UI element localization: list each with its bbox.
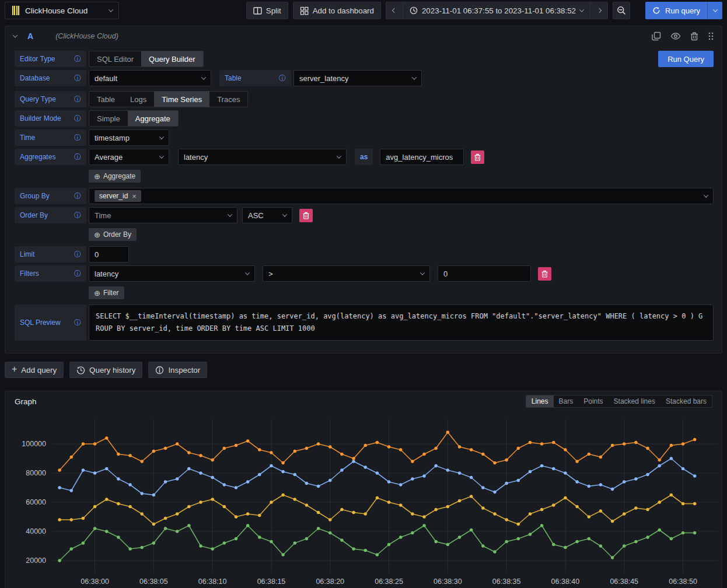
inspector-button[interactable]: Inspector <box>148 362 207 378</box>
option-logs[interactable]: Logs <box>123 92 154 107</box>
limit-label: Limitⓘ <box>15 246 86 262</box>
add-query-button[interactable]: + Add query <box>5 362 64 378</box>
time-picker-group: 2023-11-01 06:37:55 to 2023-11-01 06:38:… <box>386 2 608 19</box>
aggregate-alias-input[interactable] <box>380 149 464 165</box>
chevron-down-icon <box>420 270 425 275</box>
time-shift-back-button[interactable] <box>386 2 403 19</box>
remove-tag-icon[interactable]: × <box>132 192 137 201</box>
option-sql-editor[interactable]: SQL Editor <box>89 51 141 66</box>
query-type-options: Table Logs Time Series Traces <box>89 91 248 107</box>
option-aggregate[interactable]: Aggregate <box>128 111 178 126</box>
group-by-label: Group Byⓘ <box>15 188 86 204</box>
run-query-split-button: Run query <box>645 2 722 19</box>
graph-title: Graph <box>15 397 37 406</box>
info-icon[interactable]: ⓘ <box>74 191 81 201</box>
explore-footer-buttons: + Add query Query history Inspector <box>5 362 722 378</box>
filter-field-select[interactable]: latency <box>89 265 255 282</box>
info-icon[interactable]: ⓘ <box>74 74 81 83</box>
add-aggregate-button[interactable]: ⊕ Aggregate <box>89 170 141 183</box>
chevron-down-icon <box>412 75 417 79</box>
info-icon[interactable]: ⓘ <box>74 211 81 220</box>
info-icon[interactable]: ⓘ <box>74 94 81 104</box>
chart-canvas[interactable]: 2000040000600008000010000006:38:0006:38:… <box>5 415 722 587</box>
svg-text:80000: 80000 <box>26 469 46 477</box>
run-query-button[interactable]: Run query <box>645 2 707 19</box>
filter-operator-select[interactable]: > <box>263 265 430 282</box>
add-order-by-button[interactable]: ⊕ Order By <box>89 228 137 241</box>
remove-order-by-button[interactable] <box>299 209 313 222</box>
time-column-select[interactable]: timestamp <box>89 130 169 146</box>
run-query-dropdown-button[interactable] <box>707 2 722 19</box>
chevron-down-icon <box>704 192 708 197</box>
option-stacked-bars[interactable]: Stacked bars <box>660 396 712 407</box>
option-time-series[interactable]: Time Series <box>154 92 209 107</box>
split-icon <box>253 6 262 15</box>
limit-row: Limitⓘ <box>15 246 714 262</box>
filter-value-input[interactable] <box>438 265 531 282</box>
time-series-chart[interactable]: 2000040000600008000010000006:38:0006:38:… <box>5 411 722 588</box>
clock-icon <box>410 6 418 15</box>
remove-aggregate-button[interactable] <box>471 150 484 164</box>
database-select[interactable]: default <box>89 70 211 86</box>
svg-text:06:38:15: 06:38:15 <box>257 578 286 586</box>
aggregate-column-select[interactable]: latency <box>178 149 347 165</box>
hide-query-eye-icon[interactable] <box>670 32 681 40</box>
plus-icon: + <box>12 365 17 374</box>
add-to-dashboard-button[interactable]: Add to dashboard <box>293 2 381 19</box>
table-select[interactable]: server_latency <box>293 70 422 86</box>
option-query-builder[interactable]: Query Builder <box>141 51 202 66</box>
plus-circle-icon: ⊕ <box>94 231 100 239</box>
drag-grip-icon[interactable] <box>708 32 714 41</box>
option-table[interactable]: Table <box>89 92 123 107</box>
split-button[interactable]: Split <box>246 2 288 19</box>
filters-row: Filtersⓘ latency > <box>15 265 714 282</box>
time-label: Timeⓘ <box>15 130 86 146</box>
graph-style-options: Lines Bars Points Stacked lines Stacked … <box>526 395 712 408</box>
datasource-picker[interactable]: ClickHouse Cloud <box>5 2 119 19</box>
add-order-by-row: ⊕ Order By <box>89 228 714 241</box>
apps-icon <box>300 6 309 15</box>
group-by-tag[interactable]: server_id× <box>95 190 141 202</box>
option-points[interactable]: Points <box>578 396 608 407</box>
info-icon[interactable]: ⓘ <box>279 74 286 83</box>
chevron-down-icon <box>579 7 584 12</box>
plus-circle-icon: ⊕ <box>94 173 100 180</box>
info-icon[interactable]: ⓘ <box>74 318 81 328</box>
info-icon[interactable]: ⓘ <box>74 54 81 64</box>
order-by-label: Order Byⓘ <box>15 207 86 223</box>
chevron-down-icon <box>245 270 250 275</box>
query-ref-id[interactable]: A <box>27 32 33 41</box>
builder-mode-options: Simple Aggregate <box>89 110 179 127</box>
time-range-button[interactable]: 2023-11-01 06:37:55 to 2023-11-01 06:38:… <box>403 2 590 19</box>
option-simple[interactable]: Simple <box>89 111 128 126</box>
time-shift-forward-button[interactable] <box>590 2 608 19</box>
history-icon <box>76 366 85 374</box>
option-lines[interactable]: Lines <box>526 396 554 407</box>
svg-text:06:38:50: 06:38:50 <box>669 578 697 586</box>
svg-text:06:38:00: 06:38:00 <box>81 578 109 586</box>
option-traces[interactable]: Traces <box>209 92 247 107</box>
option-bars[interactable]: Bars <box>554 396 579 407</box>
order-by-field-select[interactable]: Time <box>89 207 237 223</box>
info-icon[interactable]: ⓘ <box>74 152 81 162</box>
delete-query-trash-icon[interactable] <box>690 32 698 41</box>
info-icon[interactable]: ⓘ <box>74 250 81 260</box>
group-by-multiselect[interactable]: server_id× <box>89 188 714 204</box>
zoom-out-time-button[interactable] <box>613 2 630 19</box>
remove-filter-button[interactable] <box>538 267 551 281</box>
limit-input[interactable] <box>89 246 129 262</box>
info-icon[interactable]: ⓘ <box>74 114 81 124</box>
option-stacked-lines[interactable]: Stacked lines <box>609 396 660 407</box>
add-filter-button[interactable]: ⊕ Filter <box>89 286 124 299</box>
plus-circle-icon: ⊕ <box>94 289 100 297</box>
collapse-chevron-icon[interactable] <box>13 33 18 37</box>
info-icon[interactable]: ⓘ <box>74 133 81 143</box>
copy-query-icon[interactable] <box>652 32 661 41</box>
editor-run-query-button[interactable]: Run Query <box>658 51 714 67</box>
query-history-button[interactable]: Query history <box>69 362 142 378</box>
chevron-down-icon <box>228 212 232 216</box>
aggregate-function-select[interactable]: Average <box>89 149 169 165</box>
group-by-row: Group Byⓘ server_id× <box>15 188 714 204</box>
order-by-direction-select[interactable]: ASC <box>242 207 292 223</box>
info-icon[interactable]: ⓘ <box>74 269 81 279</box>
